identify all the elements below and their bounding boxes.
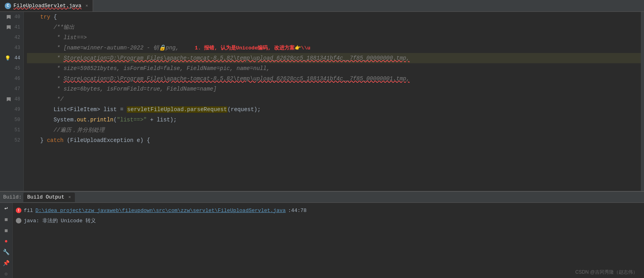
build-output-tab[interactable]: Build Output ×: [23, 193, 75, 202]
gutter-row-52: 52: [0, 135, 23, 146]
code-line-51: //遍历，并分别处理: [27, 125, 641, 135]
code-line-42: * list==>: [27, 32, 641, 43]
code-line-49: List<FileItem> list = servletFileUpload.…: [27, 104, 641, 115]
stop-icon[interactable]: ◼: [2, 216, 10, 223]
tab-bar: C FileUploadServlet.java ×: [0, 0, 644, 12]
gutter-row-47: 47: [0, 84, 23, 94]
bottom-content: ↩ ◼ ◼ ● 🔧 📌 ○ ! fil D:\idea_project\zzw_…: [0, 203, 644, 278]
bottom-left-toolbar: ↩ ◼ ◼ ● 🔧 📌 ○: [0, 203, 13, 278]
gutter-row-45: 45: [0, 63, 23, 74]
error-dot-1: !: [16, 208, 21, 213]
code-editor[interactable]: try { /**输出 * list==> * [name=winner-aut…: [24, 12, 641, 191]
line-numbers-gutter: 40 41 42 43 💡 44 45 46 47: [0, 12, 24, 191]
gutter-row-40: 40: [0, 12, 23, 22]
bulb-icon-44: 💡: [5, 55, 11, 61]
rebuild-icon[interactable]: ↩: [2, 204, 10, 212]
gutter-row-49: 49: [0, 104, 23, 115]
warn-dot-1: [16, 218, 21, 223]
build-output-area: ! fil D:\idea_project\zzw_javaweb\fileup…: [13, 203, 644, 278]
build-label: Build:: [3, 194, 22, 200]
gutter-row-42: 42: [0, 32, 23, 43]
bookmark-icon-41: [7, 25, 11, 29]
file-type-icon: C: [5, 3, 11, 9]
code-line-52: } catch (FileUploadException e) {: [27, 135, 641, 146]
gutter-row-41: 41: [0, 22, 23, 32]
code-line-43: * [name=winner-autumn-2022 - 钥🔒png, 1. 报…: [27, 43, 641, 53]
code-line-47: * size=6bytes, isFormField=true, FieldNa…: [27, 84, 641, 94]
error-icon[interactable]: ●: [2, 237, 10, 245]
stop2-icon[interactable]: ◼: [2, 226, 10, 234]
vertical-scrollbar[interactable]: [641, 12, 644, 191]
bottom-panel: Build: Build Output × ↩ ◼ ◼ ● 🔧 📌 ○ ! fi…: [0, 191, 644, 278]
build-output-tab-label: Build Output: [27, 194, 65, 200]
output-line-2: java: 非法的 Unicode 转义: [16, 216, 641, 226]
editor-area: 40 41 42 43 💡 44 45 46 47: [0, 12, 644, 191]
tab-filename: FileUploadServlet.java: [13, 3, 82, 9]
bottom-tab-bar: Build: Build Output ×: [0, 192, 644, 203]
pin-icon[interactable]: 📌: [2, 259, 10, 267]
output-line-col: :44:78: [288, 208, 307, 214]
annotation-43: 1. 报错, 认为是Unicode编码, 改进方案👉\\u: [195, 44, 311, 51]
code-line-44: * StoreLocation=D:\Program Files\apache-…: [27, 53, 641, 63]
gutter-row-50: 50: [0, 115, 23, 125]
gutter-row-51: 51: [0, 125, 23, 135]
code-line-46: * StoreLocation=D:\Program Files\apache-…: [27, 74, 641, 84]
tab-close-button[interactable]: ×: [86, 4, 88, 8]
output-line-1: ! fil D:\idea_project\zzw_javaweb\fileup…: [16, 205, 641, 216]
bookmark-icon-40: [7, 15, 11, 19]
code-line-45: * size=598521bytes, isFormField=false, F…: [27, 63, 641, 74]
circle-icon[interactable]: ○: [2, 270, 10, 278]
gutter-row-48: 48: [0, 94, 23, 104]
file-tab[interactable]: C FileUploadServlet.java ×: [0, 0, 93, 11]
bookmark-icon-48: [7, 97, 11, 101]
gutter-row-43: 43: [0, 43, 23, 53]
output-file-path[interactable]: D:\idea_project\zzw_javaweb\fileupdown\s…: [35, 208, 286, 214]
output-error-message: java: 非法的 Unicode 转义: [24, 217, 96, 224]
code-line-41: /**输出: [27, 22, 641, 32]
code-line-40: try {: [27, 12, 641, 22]
wrench-icon[interactable]: 🔧: [2, 248, 10, 256]
build-output-tab-close[interactable]: ×: [68, 195, 71, 200]
gutter-row-44: 💡 44: [0, 53, 23, 63]
code-line-48: */: [27, 94, 641, 104]
gutter-row-46: 46: [0, 74, 23, 84]
code-line-50: System.out.println("list==>" + list);: [27, 115, 641, 125]
output-file-short: fil: [24, 208, 33, 214]
watermark: CSDN @吉冈秀隆（赵志伟）: [575, 269, 638, 276]
